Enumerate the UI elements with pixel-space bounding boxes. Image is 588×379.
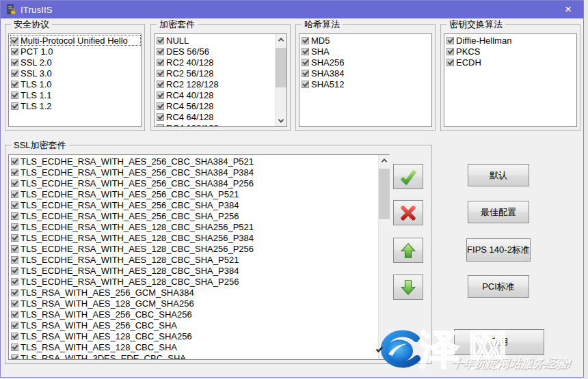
- checkbox-checked-icon[interactable]: [446, 37, 454, 44]
- list-item[interactable]: ECDH: [446, 57, 576, 68]
- checkbox-checked-icon[interactable]: [11, 169, 18, 176]
- list-item[interactable]: TLS_ECDHE_RSA_WITH_AES_256_CBC_SHA384_P3…: [10, 167, 389, 178]
- list-item[interactable]: PCT 1.0: [10, 46, 141, 57]
- checkbox-checked-icon[interactable]: [157, 37, 164, 44]
- checkbox-checked-icon[interactable]: [11, 278, 18, 285]
- apply-button[interactable]: 应用: [454, 329, 544, 355]
- list-item[interactable]: TLS_ECDHE_RSA_WITH_AES_256_CBC_SHA_P256: [10, 210, 389, 221]
- checkbox-checked-icon[interactable]: [302, 70, 309, 77]
- list-item[interactable]: TLS_RSA_WITH_3DES_EDE_CBC_SHA: [10, 352, 389, 360]
- checkbox-checked-icon[interactable]: [11, 311, 18, 318]
- scrollbar-down-button[interactable]: [379, 348, 390, 359]
- list-item[interactable]: RC2 40/128: [156, 57, 286, 68]
- list-item[interactable]: TLS_ECDHE_RSA_WITH_AES_256_CBC_SHA384_P5…: [10, 156, 389, 167]
- checkbox-checked-icon[interactable]: [11, 343, 18, 351]
- checkbox-checked-icon[interactable]: [11, 191, 18, 198]
- checkbox-checked-icon[interactable]: [11, 102, 18, 110]
- default-button[interactable]: 默认: [468, 164, 529, 186]
- list-item[interactable]: TLS_ECDHE_RSA_WITH_AES_128_CBC_SHA256_P3…: [10, 232, 389, 243]
- list-item[interactable]: TLS_ECDHE_RSA_WITH_AES_128_CBC_SHA_P256: [10, 276, 389, 287]
- move-down-button[interactable]: [393, 275, 423, 300]
- checkbox-checked-icon[interactable]: [11, 81, 18, 88]
- list-item[interactable]: SHA384: [301, 68, 431, 79]
- list-item[interactable]: TLS 1.1: [10, 89, 141, 100]
- confirm-button[interactable]: [393, 164, 423, 189]
- checkbox-checked-icon[interactable]: [11, 59, 18, 66]
- list-item[interactable]: RC4 128/128: [156, 122, 286, 127]
- keyexchange-list[interactable]: Diffie-HellmanPKCSECDH: [444, 33, 577, 127]
- list-item[interactable]: PKCS: [446, 46, 576, 57]
- list-item[interactable]: TLS_ECDHE_RSA_WITH_AES_128_CBC_SHA_P521: [10, 254, 389, 265]
- list-item[interactable]: DES 56/56: [156, 46, 286, 57]
- checkbox-checked-icon[interactable]: [11, 201, 18, 209]
- checkbox-checked-icon[interactable]: [157, 81, 164, 88]
- checkbox-checked-icon[interactable]: [11, 256, 18, 264]
- checkbox-checked-icon[interactable]: [302, 59, 309, 66]
- checkbox-checked-icon[interactable]: [11, 180, 18, 187]
- fips-standard-button[interactable]: FIPS 140-2标准: [466, 238, 531, 262]
- checkbox-checked-icon[interactable]: [11, 245, 18, 253]
- list-item[interactable]: SHA512: [301, 79, 431, 89]
- scrollbar-up-button[interactable]: [379, 155, 390, 166]
- list-item[interactable]: TLS_ECDHE_RSA_WITH_AES_256_CBC_SHA_P384: [10, 199, 389, 210]
- move-up-button[interactable]: [393, 238, 423, 263]
- checkbox-checked-icon[interactable]: [157, 70, 164, 77]
- scrollbar[interactable]: [275, 34, 286, 126]
- list-item[interactable]: TLS_RSA_WITH_AES_128_GCM_SHA256: [10, 298, 389, 309]
- checkbox-checked-icon[interactable]: [11, 223, 18, 231]
- checkbox-checked-icon[interactable]: [11, 70, 18, 77]
- list-item[interactable]: RC4 56/128: [156, 100, 286, 111]
- checkbox-checked-icon[interactable]: [157, 59, 164, 66]
- checkbox-checked-icon[interactable]: [11, 300, 18, 307]
- list-item[interactable]: NULL: [156, 35, 286, 46]
- list-item[interactable]: TLS_RSA_WITH_AES_128_CBC_SHA256: [10, 331, 389, 341]
- checkbox-checked-icon[interactable]: [11, 267, 18, 275]
- checkbox-checked-icon[interactable]: [11, 354, 18, 361]
- best-config-button[interactable]: 最佳配置: [468, 201, 529, 223]
- list-item[interactable]: RC4 40/128: [156, 89, 286, 100]
- checkbox-checked-icon[interactable]: [302, 81, 309, 88]
- scrollbar-thumb[interactable]: [276, 48, 286, 87]
- list-item[interactable]: TLS_RSA_WITH_AES_256_CBC_SHA: [10, 320, 389, 331]
- checkbox-checked-icon[interactable]: [11, 322, 18, 329]
- checkbox-checked-icon[interactable]: [11, 37, 18, 44]
- checkbox-checked-icon[interactable]: [446, 59, 454, 66]
- list-item[interactable]: SSL 2.0: [10, 57, 141, 68]
- close-button[interactable]: ×: [557, 1, 579, 18]
- list-item[interactable]: Multi-Protocol Unified Hello: [10, 35, 141, 46]
- list-item[interactable]: TLS_ECDHE_RSA_WITH_AES_256_CBC_SHA384_P2…: [10, 178, 389, 188]
- list-item[interactable]: RC2 128/128: [156, 79, 286, 89]
- checkbox-checked-icon[interactable]: [11, 333, 18, 340]
- delete-button[interactable]: [393, 200, 423, 225]
- checkbox-checked-icon[interactable]: [157, 48, 164, 55]
- checkbox-checked-icon[interactable]: [11, 48, 18, 55]
- checkbox-checked-icon[interactable]: [11, 212, 18, 220]
- list-item[interactable]: TLS 1.2: [10, 100, 141, 111]
- checkbox-checked-icon[interactable]: [11, 92, 18, 99]
- ssl-suites-list[interactable]: TLS_ECDHE_RSA_WITH_AES_256_CBC_SHA384_P5…: [8, 154, 390, 360]
- list-item[interactable]: TLS_RSA_WITH_AES_128_CBC_SHA: [10, 341, 389, 352]
- list-item[interactable]: TLS_ECDHE_RSA_WITH_AES_128_CBC_SHA256_P5…: [10, 221, 389, 232]
- checkbox-checked-icon[interactable]: [157, 102, 164, 110]
- list-item[interactable]: SHA: [301, 46, 431, 57]
- list-item[interactable]: TLS 1.0: [10, 79, 141, 89]
- checkbox-checked-icon[interactable]: [11, 234, 18, 242]
- list-item[interactable]: Diffie-Hellman: [446, 35, 576, 46]
- checkbox-checked-icon[interactable]: [157, 124, 164, 128]
- scrollbar-down-button[interactable]: [276, 115, 286, 126]
- checkbox-checked-icon[interactable]: [446, 48, 454, 55]
- list-item[interactable]: TLS_ECDHE_RSA_WITH_AES_128_CBC_SHA256_P2…: [10, 243, 389, 254]
- pci-standard-button[interactable]: PCI标准: [468, 275, 529, 298]
- list-item[interactable]: RC4 64/128: [156, 111, 286, 122]
- scrollbar[interactable]: [378, 155, 390, 359]
- list-item[interactable]: TLS_ECDHE_RSA_WITH_AES_128_CBC_SHA_P384: [10, 265, 389, 276]
- scrollbar-thumb[interactable]: [379, 169, 390, 219]
- checkbox-checked-icon[interactable]: [11, 289, 18, 296]
- checkbox-checked-icon[interactable]: [11, 158, 18, 165]
- list-item[interactable]: TLS_RSA_WITH_AES_256_GCM_SHA384: [10, 287, 389, 298]
- checkbox-checked-icon[interactable]: [302, 37, 309, 44]
- list-item[interactable]: SSL 3.0: [10, 68, 141, 79]
- hashes-list[interactable]: MD5SHASHA256SHA384SHA512: [299, 33, 432, 127]
- list-item[interactable]: TLS_RSA_WITH_AES_256_CBC_SHA256: [10, 309, 389, 320]
- checkbox-checked-icon[interactable]: [157, 113, 164, 121]
